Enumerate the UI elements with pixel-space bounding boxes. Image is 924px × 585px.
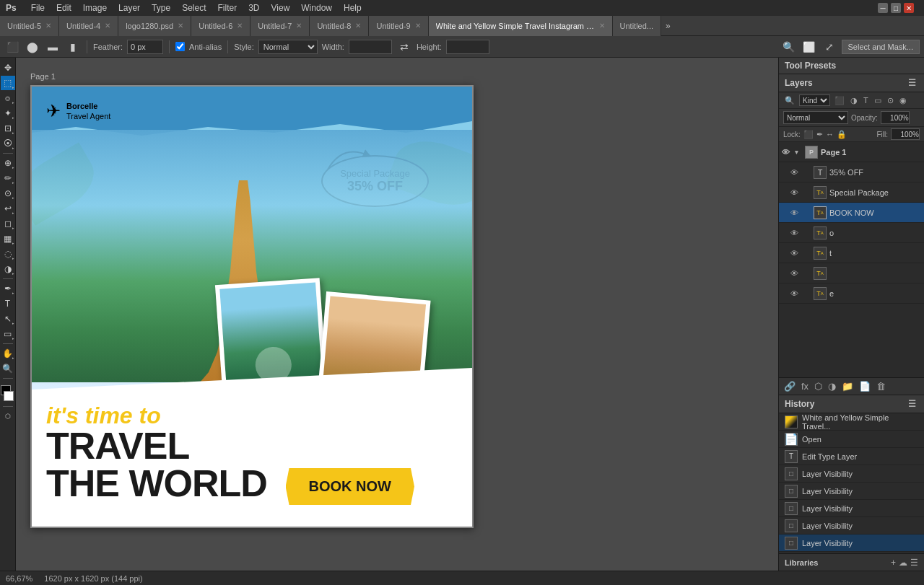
layer-vis-page1[interactable]: 👁 bbox=[782, 148, 792, 157]
brush-tool[interactable]: ✏ bbox=[1, 171, 15, 185]
healing-tool[interactable]: ⊕ bbox=[1, 156, 15, 170]
history-item-vis1[interactable]: □ Layer Visibility bbox=[779, 465, 924, 483]
eyedropper-tool[interactable]: ⦿ bbox=[1, 136, 15, 151]
hand-tool[interactable]: ✋ bbox=[1, 346, 15, 361]
menu-help[interactable]: Help bbox=[344, 3, 362, 13]
layers-kind-select[interactable]: Kind bbox=[799, 94, 830, 106]
lock-all-icon[interactable]: 🔒 bbox=[837, 130, 847, 139]
tab-extra[interactable]: Untitled... bbox=[613, 16, 661, 36]
layer-vis-o[interactable]: 👁 bbox=[790, 229, 801, 237]
tab-untitled8[interactable]: Untitled-8 ✕ bbox=[310, 16, 369, 36]
blend-mode-select[interactable]: Normal Multiply Screen bbox=[783, 111, 848, 124]
crop-tool[interactable]: ⊡ bbox=[1, 121, 15, 136]
opacity-input[interactable] bbox=[881, 111, 910, 124]
layer-delete-icon[interactable]: 🗑 bbox=[874, 380, 888, 392]
close-button[interactable]: ✕ bbox=[904, 3, 914, 13]
dodge-tool[interactable]: ◑ bbox=[1, 262, 15, 276]
layer-vis-specialpkg[interactable]: 👁 bbox=[790, 188, 801, 197]
layer-vis-e[interactable]: 👁 bbox=[790, 289, 801, 298]
text-tool[interactable]: T bbox=[1, 296, 15, 311]
layers-search-icon[interactable]: 🔍 bbox=[783, 96, 796, 105]
tab-close-main[interactable]: ✕ bbox=[599, 22, 605, 30]
history-item-thumb[interactable]: White and Yellow Simple Travel... bbox=[779, 413, 924, 431]
swap-dimensions-button[interactable]: ⇄ bbox=[396, 39, 412, 55]
tab-close-untitled6[interactable]: ✕ bbox=[237, 22, 243, 30]
lock-pixels-icon[interactable]: ⬛ bbox=[803, 130, 814, 139]
menu-type[interactable]: Type bbox=[152, 3, 170, 13]
background-color[interactable] bbox=[4, 391, 14, 401]
shape-tool[interactable]: ▭ bbox=[1, 327, 15, 341]
layer-o[interactable]: 👁 TA o bbox=[779, 223, 924, 243]
history-item-vis5[interactable]: □ Layer Visibility bbox=[779, 535, 924, 552]
magic-wand-tool[interactable]: ✦ bbox=[1, 106, 15, 120]
zoom-tool[interactable]: 🔍 bbox=[1, 361, 15, 376]
tab-untitled5[interactable]: Untitled-5 ✕ bbox=[0, 16, 59, 36]
layer-page1[interactable]: 👁 ▾ P Page 1 bbox=[779, 142, 924, 162]
anti-alias-checkbox[interactable] bbox=[175, 42, 185, 51]
history-menu-icon[interactable]: ☰ bbox=[906, 398, 918, 410]
tab-untitled7[interactable]: Untitled-7 ✕ bbox=[250, 16, 310, 36]
layer-group-icon[interactable]: 📁 bbox=[840, 380, 855, 392]
tab-logo1280[interactable]: logo1280.psd ✕ bbox=[118, 16, 191, 36]
quick-mask-tool[interactable]: ⬡ bbox=[1, 409, 15, 423]
menu-edit[interactable]: Edit bbox=[56, 3, 71, 13]
layers-filter-smart[interactable]: ⊙ bbox=[886, 96, 895, 105]
layers-menu-icon[interactable]: ☰ bbox=[906, 77, 918, 89]
tab-untitled4[interactable]: Untitled-4 ✕ bbox=[59, 16, 118, 36]
layer-35off[interactable]: 👁 T 35% OFF bbox=[779, 162, 924, 182]
layer-mask-icon[interactable]: ⬡ bbox=[812, 380, 824, 392]
minimize-button[interactable]: ─ bbox=[878, 3, 888, 13]
layer-fx-icon[interactable]: fx bbox=[799, 380, 811, 392]
arrange-button[interactable]: ⬜ bbox=[801, 39, 817, 55]
pen-tool[interactable]: ✒ bbox=[1, 281, 15, 296]
layer-vis-35off[interactable]: 👁 bbox=[790, 168, 801, 177]
lasso-tool[interactable]: ⌾ bbox=[1, 91, 15, 105]
canvas-area[interactable]: Page 1 ✈ bbox=[16, 58, 778, 571]
layer-new-icon[interactable]: 📄 bbox=[857, 380, 873, 392]
eraser-tool[interactable]: ◻ bbox=[1, 216, 15, 231]
width-input[interactable] bbox=[349, 40, 392, 54]
layers-filter-text[interactable]: T bbox=[862, 96, 870, 105]
marquee-ellipse-tool[interactable]: ⬤ bbox=[25, 39, 40, 55]
lib-cloud-icon[interactable]: ☁ bbox=[899, 558, 907, 568]
menu-window[interactable]: Window bbox=[301, 3, 332, 13]
layer-link-icon[interactable]: 🔗 bbox=[782, 380, 798, 392]
gradient-tool[interactable]: ▦ bbox=[1, 232, 15, 246]
style-select[interactable]: Normal Fixed Ratio Fixed Size bbox=[258, 40, 318, 54]
height-input[interactable] bbox=[446, 40, 489, 54]
tab-close-untitled4[interactable]: ✕ bbox=[105, 22, 110, 30]
layer-t[interactable]: 👁 TA t bbox=[779, 243, 924, 263]
tab-close-logo[interactable]: ✕ bbox=[178, 22, 183, 30]
history-item-vis2[interactable]: □ Layer Visibility bbox=[779, 483, 924, 500]
menu-select[interactable]: Select bbox=[182, 3, 206, 13]
history-item-edittype[interactable]: T Edit Type Layer bbox=[779, 448, 924, 465]
blur-tool[interactable]: ◌ bbox=[1, 247, 15, 261]
layer-vis-booknow[interactable]: 👁 bbox=[790, 208, 801, 217]
tab-close-untitled5[interactable]: ✕ bbox=[45, 22, 51, 30]
fill-input[interactable] bbox=[891, 128, 920, 140]
layers-filter-shape[interactable]: ▭ bbox=[873, 96, 883, 105]
tab-close-untitled8[interactable]: ✕ bbox=[355, 22, 361, 30]
history-brush-tool[interactable]: ↩ bbox=[1, 201, 15, 216]
lock-artboard-icon[interactable]: ↔ bbox=[826, 130, 834, 138]
tab-overflow-button[interactable]: » bbox=[661, 21, 675, 31]
lib-menu-icon[interactable]: ☰ bbox=[910, 558, 918, 568]
layers-filter-adjust[interactable]: ◑ bbox=[849, 96, 859, 105]
menu-filter[interactable]: Filter bbox=[217, 3, 237, 13]
history-item-vis4[interactable]: □ Layer Visibility bbox=[779, 517, 924, 535]
menu-image[interactable]: Image bbox=[83, 3, 107, 13]
tab-close-untitled7[interactable]: ✕ bbox=[296, 22, 302, 30]
marquee-rect-tool[interactable]: ⬛ bbox=[4, 39, 20, 55]
tab-untitled9[interactable]: Untitled-9 ✕ bbox=[369, 16, 428, 36]
search-button[interactable]: 🔍 bbox=[781, 39, 797, 55]
tab-close-untitled9[interactable]: ✕ bbox=[415, 22, 421, 30]
path-select-tool[interactable]: ↖ bbox=[1, 312, 15, 326]
layer-adjust-icon[interactable]: ◑ bbox=[826, 380, 838, 392]
history-item-vis3[interactable]: □ Layer Visibility bbox=[779, 500, 924, 517]
history-item-open[interactable]: 📄 Open bbox=[779, 431, 924, 448]
feather-input[interactable] bbox=[127, 40, 163, 54]
menu-file[interactable]: File bbox=[31, 3, 45, 13]
tab-main[interactable]: White and Yellow Simple Travel Instagram… bbox=[429, 16, 613, 36]
layer-vis-empty[interactable]: 👁 bbox=[790, 269, 801, 278]
marquee-tool[interactable]: ⬚ bbox=[1, 76, 15, 90]
